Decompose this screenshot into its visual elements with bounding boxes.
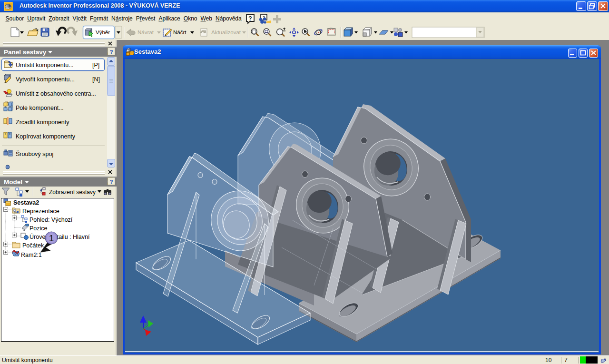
svg-text:Náčrt: Náčrt bbox=[173, 30, 187, 35]
svg-text:Umístit komponentu...: Umístit komponentu... bbox=[16, 62, 74, 69]
svg-text:Vytvořit komponentu...: Vytvořit komponentu... bbox=[16, 76, 75, 83]
svg-text:Návrat: Návrat bbox=[138, 30, 154, 35]
svg-text:Úroveň detailu : Hlavní: Úroveň detailu : Hlavní bbox=[29, 233, 90, 240]
svg-text:Ram2:1: Ram2:1 bbox=[21, 252, 42, 258]
svg-text:Umístit z obsahového centra...: Umístit z obsahového centra... bbox=[16, 90, 96, 97]
svg-text:[P]: [P] bbox=[92, 62, 99, 69]
svg-text:?: ? bbox=[110, 49, 113, 55]
svg-text:Aktualizovat: Aktualizovat bbox=[211, 30, 241, 35]
svg-text:Reprezentace: Reprezentace bbox=[22, 208, 59, 215]
svg-text:Šroubový spoj: Šroubový spoj bbox=[16, 150, 53, 157]
svg-text:Zrcadlit komponenty: Zrcadlit komponenty bbox=[16, 119, 69, 126]
svg-text:1: 1 bbox=[49, 233, 54, 243]
svg-text:Pozice: Pozice bbox=[29, 225, 48, 232]
svg-text:Model: Model bbox=[4, 178, 22, 186]
svg-text:Sestava2: Sestava2 bbox=[13, 199, 39, 206]
svg-text:Pole komponent...: Pole komponent... bbox=[16, 105, 64, 111]
svg-text:Kopírovat komponenty: Kopírovat komponenty bbox=[16, 133, 76, 140]
svg-text:Výběr: Výběr bbox=[96, 30, 110, 35]
svg-text:Pohled: Výchozí: Pohled: Výchozí bbox=[29, 216, 73, 223]
svg-text:Panel sestavy: Panel sestavy bbox=[4, 49, 47, 56]
svg-text:?: ? bbox=[248, 15, 252, 22]
svg-text:Zobrazení sestavy: Zobrazení sestavy bbox=[49, 189, 96, 196]
svg-text:Počátek: Počátek bbox=[22, 242, 44, 249]
svg-text:[N]: [N] bbox=[92, 76, 100, 83]
svg-text:?: ? bbox=[110, 179, 113, 185]
